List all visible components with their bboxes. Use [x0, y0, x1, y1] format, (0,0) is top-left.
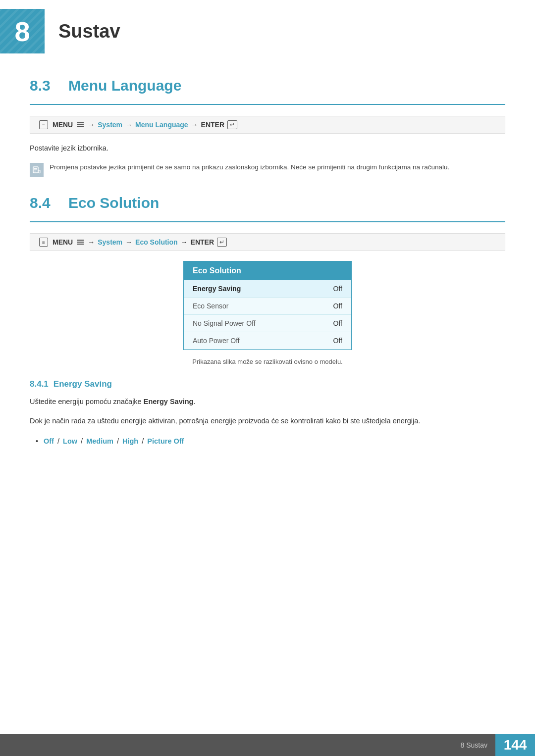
section-8-3-body: Postavite jezik izbornika. — [30, 143, 505, 154]
eco-item-value-3: Off — [333, 319, 342, 327]
subsection-8-4-1-header: 8.4.1 Energy Saving — [30, 379, 505, 389]
option-high: High — [122, 437, 138, 445]
remote-icon-8-4 — [39, 238, 48, 247]
enter-icon-8-3: ↵ — [227, 120, 237, 129]
eco-menu-header: Eco Solution — [184, 261, 351, 280]
eco-item-value-2: Off — [333, 302, 342, 310]
option-low: Low — [63, 437, 77, 445]
eco-menu-item-eco-sensor[interactable]: Eco Sensor Off — [184, 298, 351, 315]
section-8-3-number: 8.3 — [30, 77, 59, 94]
system-8-3: System — [98, 121, 122, 129]
arrow3-8-4: → — [181, 238, 188, 246]
energy-saving-options: Off / Low / Medium / High / Picture Off — [30, 435, 505, 448]
main-content: 8.3 Menu Language MENU → System → Menu L… — [0, 77, 535, 447]
eco-item-value-1: Off — [333, 285, 342, 293]
eco-menu-container: Eco Solution Energy Saving Off Eco Senso… — [30, 261, 505, 350]
eco-menu-item-no-signal[interactable]: No Signal Power Off Off — [184, 315, 351, 332]
arrow3-8-3: → — [191, 121, 198, 129]
eco-solution-menu: Eco Solution Energy Saving Off Eco Senso… — [183, 261, 352, 350]
eco-menu-item-energy-saving[interactable]: Energy Saving Off — [184, 280, 351, 298]
subsection-8-4-1-body2: Dok je način rada za uštedu energije akt… — [30, 415, 505, 427]
chapter-title: Sustav — [58, 21, 120, 42]
section-8-3-note: Promjena postavke jezika primijenit će s… — [30, 162, 505, 177]
body1-text: Uštedite energiju pomoću značajke — [30, 398, 144, 405]
subsection-8-4-1-number: 8.4.1 — [30, 379, 49, 389]
chapter-number: 8 — [14, 15, 30, 48]
chapter-number-box: 8 — [0, 9, 45, 53]
eco-item-value-4: Off — [333, 337, 342, 345]
grid-icon-8-4 — [77, 240, 84, 245]
option-off: Off — [44, 437, 54, 445]
item-8-3: Menu Language — [135, 121, 188, 129]
bullet-item-options: Off / Low / Medium / High / Picture Off — [44, 435, 505, 448]
note-text-8-3: Promjena postavke jezika primijenit će s… — [50, 162, 449, 173]
eco-item-label-2: Eco Sensor — [193, 302, 228, 310]
section-8-4-divider — [30, 221, 505, 222]
section-8-3-menu-path: MENU → System → Menu Language → ENTER ↵ — [30, 116, 505, 134]
enter-label-8-4: ENTER — [191, 238, 214, 246]
body1-end: . — [193, 398, 195, 405]
eco-item-label-1: Energy Saving — [193, 285, 241, 293]
grid-icon-8-3 — [77, 122, 84, 127]
section-8-3-title: Menu Language — [68, 77, 181, 94]
arrow2-8-4: → — [125, 238, 132, 246]
footer-page-number: 144 — [495, 734, 535, 756]
enter-icon-8-4: ↵ — [217, 238, 227, 247]
eco-caption: Prikazana slika može se razlikovati ovis… — [30, 358, 505, 365]
body1-bold: Energy Saving — [144, 398, 194, 405]
section-8-4: 8.4 Eco Solution MENU → System → Eco Sol… — [30, 195, 505, 447]
arrow2-8-3: → — [125, 121, 132, 129]
item-8-4: Eco Solution — [135, 238, 178, 246]
system-8-4: System — [98, 238, 122, 246]
subsection-8-4-1-title: Energy Saving — [54, 379, 112, 389]
enter-label-8-3: ENTER — [201, 121, 224, 129]
eco-item-label-3: No Signal Power Off — [193, 319, 256, 327]
page-header: 8 Sustav — [0, 0, 535, 62]
section-8-3-header: 8.3 Menu Language — [30, 77, 505, 94]
section-8-4-title: Eco Solution — [68, 195, 159, 211]
arrow1-8-3: → — [88, 121, 95, 129]
section-8-3: 8.3 Menu Language MENU → System → Menu L… — [30, 77, 505, 177]
eco-item-label-4: Auto Power Off — [193, 337, 240, 345]
option-medium: Medium — [86, 437, 113, 445]
note-icon-8-3 — [30, 163, 44, 177]
eco-menu-item-auto-power[interactable]: Auto Power Off Off — [184, 332, 351, 350]
option-picture-off: Picture Off — [147, 437, 184, 445]
remote-icon — [39, 120, 48, 129]
arrow1-8-4: → — [88, 238, 95, 246]
section-8-3-divider — [30, 104, 505, 105]
section-8-4-header: 8.4 Eco Solution — [30, 195, 505, 211]
section-8-4-menu-path: MENU → System → Eco Solution → ENTER ↵ — [30, 233, 505, 251]
section-8-4-number: 8.4 — [30, 195, 59, 211]
menu-label-8-3: MENU — [53, 121, 73, 129]
footer-label: 8 Sustav — [461, 741, 495, 749]
menu-label-8-4: MENU — [53, 238, 73, 246]
subsection-8-4-1-body1: Uštedite energiju pomoću značajke Energy… — [30, 396, 505, 407]
page-footer: 8 Sustav 144 — [0, 734, 535, 756]
